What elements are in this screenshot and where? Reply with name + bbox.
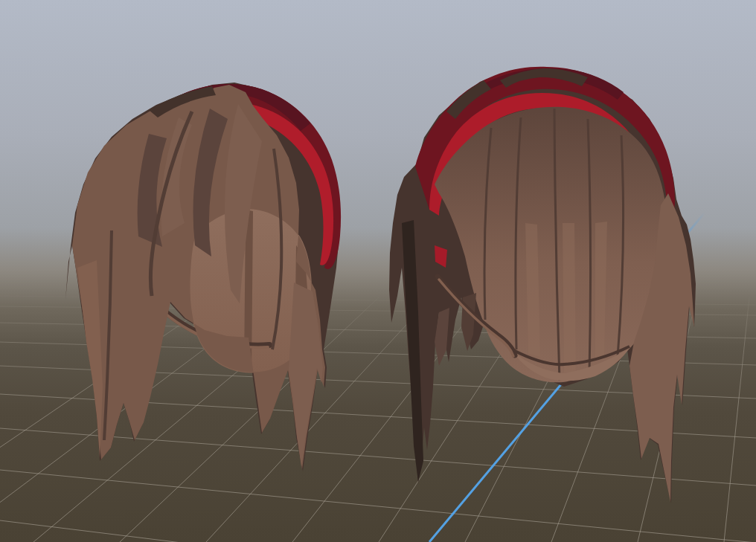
- viewport-canvas[interactable]: [0, 0, 756, 542]
- hair-strand-ridge: [563, 223, 576, 373]
- 3d-viewport[interactable]: [0, 0, 756, 542]
